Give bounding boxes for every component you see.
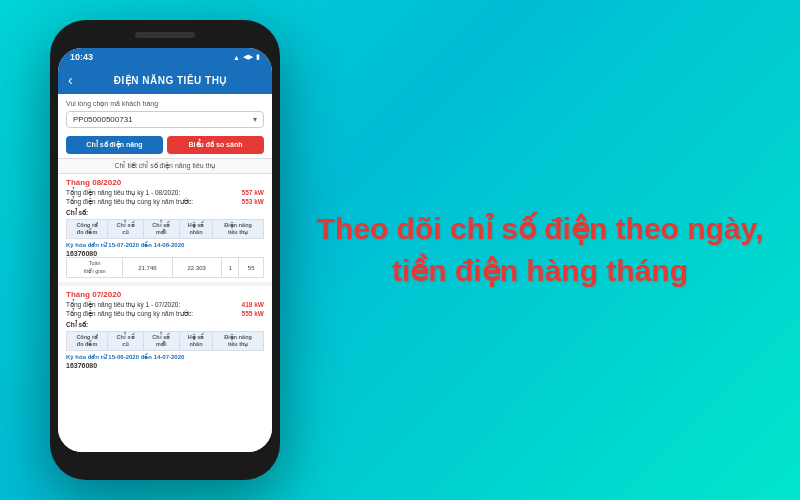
app-header: ‹ ĐIỆN NĂNG TIÊU THỤ	[58, 66, 272, 94]
stat-row-3: Tổng điện năng tiêu thụ kỳ 1 - 07/2020: …	[66, 301, 264, 309]
data-table-08-rows: Toànthời gian 21.746 22.303 1 55	[66, 257, 264, 277]
data-table-08: Công tơđo đếm Chỉ sốcũ Chỉ sốmới Hệ sốnh…	[66, 219, 264, 239]
battery-icon: ▮	[256, 53, 260, 61]
stat-row-2: Tổng điện năng tiêu thụ cùng kỳ năm trướ…	[66, 198, 264, 206]
customer-value: PP05000500731	[73, 115, 253, 124]
stat1-label: Tổng điện năng tiêu thụ kỳ 1 - 08/2020:	[66, 189, 180, 197]
customer-section: Vui lòng chọn mã khách hàng PP0500050073…	[58, 94, 272, 132]
customer-label: Vui lòng chọn mã khách hàng	[66, 100, 264, 108]
cell-cong-to: Toànthời gian	[67, 258, 123, 277]
col-header-cong-to-07: Công tơđo đếm	[67, 331, 108, 350]
tab-chi-so-dien-nang[interactable]: Chỉ số điện năng	[66, 136, 163, 154]
signal-icon: ◀▶	[243, 53, 253, 61]
stat-row-1: Tổng điện năng tiêu thụ kỳ 1 - 08/2020: …	[66, 189, 264, 197]
status-icons: ▲ ◀▶ ▮	[233, 53, 260, 61]
cell-he-so-nhan: 1	[221, 258, 239, 277]
stat1-value: 557 kW	[242, 189, 264, 197]
back-button[interactable]: ‹	[68, 72, 73, 88]
data-table-07: Công tơđo đếm Chỉ sốcũ Chỉ sốmới Hệ sốnh…	[66, 331, 264, 351]
tab-bieu-do-so-sanh[interactable]: Biểu đồ so sánh	[167, 136, 264, 154]
ky-hoa-don-08: Kỳ hóa đơn từ 15-07-2020 đến 14-08-2020	[66, 241, 264, 248]
invoice-id-07: 16376080	[66, 362, 264, 369]
tagline-line1: Theo dõi chỉ số điện theo ngày,	[317, 212, 764, 245]
col-header-dien-nang: Điện năngtiêu thụ	[213, 220, 264, 239]
phone-screen: 10:43 ▲ ◀▶ ▮ ‹ ĐIỆN NĂNG TIÊU THỤ Vui lò…	[58, 48, 272, 452]
tab-buttons: Chỉ số điện năng Biểu đồ so sánh	[58, 132, 272, 158]
stat2-value: 553 kW	[242, 198, 264, 206]
col-header-he-so-nhan: Hệ sốnhân	[179, 220, 213, 239]
col-header-chi-so-moi-07: Chỉ sốmới	[143, 331, 179, 350]
section-title: Chỉ tiết chỉ số điện năng tiêu thụ	[58, 158, 272, 174]
col-header-chi-so-cu-07: Chỉ sốcũ	[108, 331, 144, 350]
status-bar: 10:43 ▲ ◀▶ ▮	[58, 48, 272, 66]
month-title-08: Tháng 08/2020	[66, 178, 264, 187]
chi-so-label-07: Chỉ số:	[66, 321, 264, 329]
status-time: 10:43	[70, 52, 93, 62]
stat3-value: 418 kW	[242, 301, 264, 309]
chi-so-label-08: Chỉ số:	[66, 209, 264, 217]
col-header-cong-to: Công tơđo đếm	[67, 220, 108, 239]
col-header-chi-so-moi: Chỉ sốmới	[143, 220, 179, 239]
ky-hoa-don-07: Kỳ hóa đơn từ 15-06-2020 đến 14-07-2020	[66, 353, 264, 360]
tagline-line2: tiền điện hàng tháng	[392, 254, 688, 287]
stat4-value: 555 kW	[242, 310, 264, 318]
screen-content: Vui lòng chọn mã khách hàng PP0500050073…	[58, 94, 272, 452]
stat-row-4: Tổng điện năng tiêu thụ cùng kỳ năm trướ…	[66, 310, 264, 318]
invoice-id-08: 16376080	[66, 250, 264, 257]
wifi-icon: ▲	[233, 54, 240, 61]
stat4-label: Tổng điện năng tiêu thụ cùng kỳ năm trướ…	[66, 310, 193, 318]
app-title: ĐIỆN NĂNG TIÊU THỤ	[79, 75, 262, 86]
stat2-label: Tổng điện năng tiêu thụ cùng kỳ năm trướ…	[66, 198, 193, 206]
dropdown-arrow-icon: ▾	[253, 115, 257, 124]
customer-select[interactable]: PP05000500731 ▾	[66, 111, 264, 128]
tagline-area: Theo dõi chỉ số điện theo ngày, tiền điệ…	[280, 188, 800, 312]
col-header-dien-nang-07: Điện năngtiêu thụ	[213, 331, 264, 350]
month-block-08-2020: Tháng 08/2020 Tổng điện năng tiêu thụ kỳ…	[58, 174, 272, 282]
table-row: Toànthời gian 21.746 22.303 1 55	[67, 258, 264, 277]
month-title-07: Tháng 07/2020	[66, 290, 264, 299]
tagline-text: Theo dõi chỉ số điện theo ngày, tiền điệ…	[317, 208, 764, 292]
cell-chi-so-moi: 22.303	[172, 258, 221, 277]
col-header-he-so-nhan-07: Hệ sốnhân	[179, 331, 213, 350]
cell-chi-so-cu: 21.746	[123, 258, 172, 277]
cell-dien-nang: 55	[239, 258, 264, 277]
phone-shell: 10:43 ▲ ◀▶ ▮ ‹ ĐIỆN NĂNG TIÊU THỤ Vui lò…	[50, 20, 280, 480]
month-block-07-2020: Tháng 07/2020 Tổng điện năng tiêu thụ kỳ…	[58, 286, 272, 373]
col-header-chi-so-cu: Chỉ sốcũ	[108, 220, 144, 239]
stat3-label: Tổng điện năng tiêu thụ kỳ 1 - 07/2020:	[66, 301, 180, 309]
